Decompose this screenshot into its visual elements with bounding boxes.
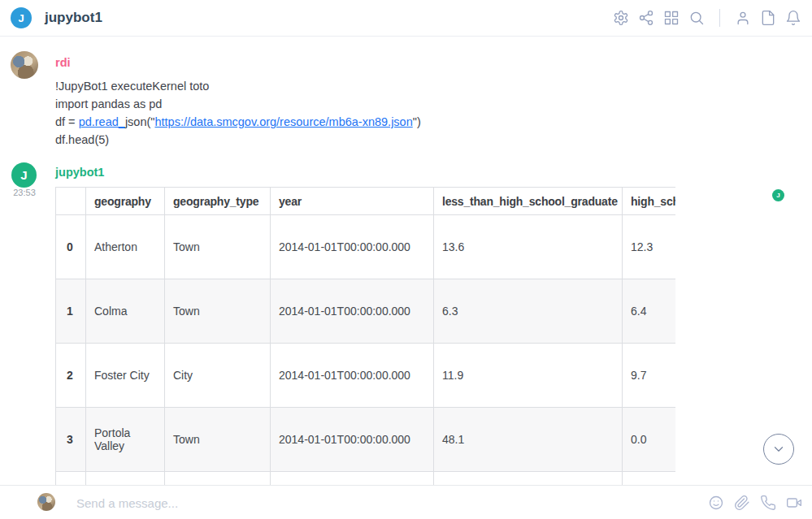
- table-cell: Town: [165, 408, 271, 472]
- column-header: year: [271, 188, 434, 215]
- table-cell: [434, 472, 623, 486]
- table-cell: 12.3: [623, 215, 676, 279]
- table-cell: 13.6: [434, 215, 623, 279]
- table-row: [56, 472, 676, 486]
- table-cell: 48.1: [434, 408, 623, 472]
- table-row: 0AthertonTown2014-01-01T00:00:00.00013.6…: [56, 215, 676, 279]
- table-cell: 2014-01-01T00:00:00.000: [271, 215, 434, 279]
- username[interactable]: rdi: [55, 56, 71, 69]
- composer-actions: [708, 486, 802, 519]
- settings-icon[interactable]: [613, 10, 629, 26]
- table-row: 3Portola ValleyTown2014-01-01T00:00:00.0…: [56, 408, 676, 472]
- table-cell: Town: [165, 279, 271, 344]
- phone-icon[interactable]: [760, 495, 776, 511]
- code-text: json(": [125, 115, 155, 128]
- composer-user-avatar[interactable]: [37, 493, 55, 511]
- table-cell: 2014-01-01T00:00:00.000: [271, 279, 434, 344]
- column-header: geography_type: [165, 188, 271, 215]
- read-receipt-badge: J: [772, 189, 784, 201]
- table-cell: 9.7: [623, 344, 676, 408]
- share-icon[interactable]: [638, 10, 654, 26]
- column-header: high_school_graduate: [623, 188, 676, 215]
- emoji-icon[interactable]: [708, 495, 724, 511]
- table-cell: [86, 472, 165, 486]
- message-line: df = pd.read_json("https://data.smcgov.o…: [55, 113, 421, 131]
- code-text: df =: [55, 115, 79, 128]
- column-header: [56, 188, 86, 215]
- chevron-down-icon: [771, 442, 786, 456]
- table-row: 1ColmaTown2014-01-01T00:00:00.0006.36.4: [56, 279, 676, 344]
- row-index: 0: [56, 215, 86, 279]
- table-cell: 6.4: [623, 279, 676, 344]
- table-cell: Colma: [86, 279, 165, 344]
- bot-avatar[interactable]: J: [11, 162, 37, 188]
- document-icon[interactable]: [760, 10, 776, 26]
- bell-icon[interactable]: [785, 10, 801, 26]
- table-cell: [165, 472, 271, 486]
- message-input[interactable]: [75, 490, 533, 516]
- url-link[interactable]: https://data.smcgov.org/resource/mb6a-xn…: [154, 115, 412, 128]
- channel-title: jupybot1: [45, 10, 102, 26]
- jump-to-bottom-button[interactable]: [763, 434, 794, 465]
- dataframe-table: geography geography_type year less_than_…: [55, 187, 675, 485]
- table-cell: Atherton: [86, 215, 165, 279]
- table-row: 2Foster CityCity2014-01-01T00:00:00.0001…: [56, 344, 676, 408]
- table-cell: 0.0: [623, 408, 676, 472]
- column-header: geography: [86, 188, 165, 215]
- row-index: 1: [56, 279, 86, 344]
- message-line: !JupyBot1 executeKernel toto: [55, 77, 421, 95]
- search-icon[interactable]: [688, 10, 705, 26]
- video-icon[interactable]: [786, 495, 802, 511]
- paperclip-icon[interactable]: [734, 495, 750, 511]
- bot-username[interactable]: jupybot1: [55, 166, 104, 179]
- bot-avatar-letter: J: [20, 168, 27, 182]
- message-line: import pandas as pd: [55, 95, 421, 113]
- user-avatar[interactable]: [11, 51, 38, 79]
- table-cell: 2014-01-01T00:00:00.000: [271, 408, 434, 472]
- channel-header: J jupybot1: [0, 0, 812, 37]
- message-list: rdi !JupyBot1 executeKernel toto import …: [0, 37, 812, 485]
- table-cell: Town: [165, 215, 271, 279]
- column-header: less_than_high_school_graduate: [434, 188, 623, 215]
- dataframe-table-container: geography geography_type year less_than_…: [55, 187, 675, 485]
- message-body: !JupyBot1 executeKernel toto import pand…: [55, 77, 421, 149]
- toolbar-divider: [719, 9, 720, 27]
- table-cell: [623, 472, 676, 486]
- message-composer: [0, 485, 812, 519]
- channel-avatar[interactable]: J: [11, 7, 32, 28]
- table-cell: 6.3: [434, 279, 623, 344]
- user-icon[interactable]: [735, 10, 751, 26]
- table-header-row: geography geography_type year less_than_…: [56, 188, 676, 215]
- channel-avatar-letter: J: [18, 12, 24, 24]
- message-line: df.head(5): [55, 131, 421, 149]
- row-index: 2: [56, 344, 86, 408]
- header-toolbar: [613, 0, 801, 36]
- row-index: [56, 472, 86, 486]
- table-cell: City: [165, 344, 271, 408]
- message-timestamp: 23:53: [7, 188, 42, 197]
- apps-grid-icon[interactable]: [663, 10, 680, 26]
- table-cell: 2014-01-01T00:00:00.000: [271, 344, 434, 408]
- table-cell: Foster City: [86, 344, 165, 408]
- code-text: "): [413, 115, 421, 128]
- chat-window: J jupybot1: [0, 0, 812, 519]
- table-cell: 11.9: [434, 344, 623, 408]
- read-receipt-letter: J: [776, 192, 779, 199]
- table-body: 0AthertonTown2014-01-01T00:00:00.00013.6…: [56, 215, 676, 486]
- table-cell: Portola Valley: [86, 408, 165, 472]
- table-cell: [271, 472, 434, 486]
- row-index: 3: [56, 408, 86, 472]
- code-link[interactable]: pd.read_: [79, 115, 125, 128]
